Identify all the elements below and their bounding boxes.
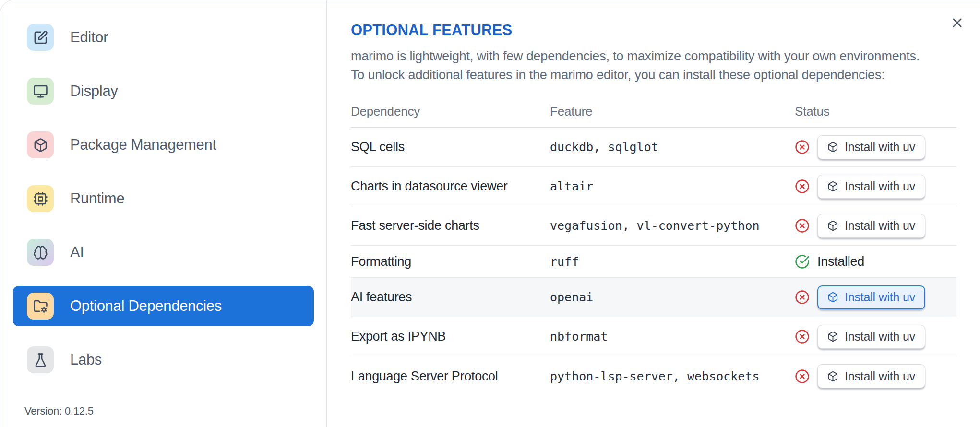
sidebar-item-package-management[interactable]: Package Management (13, 125, 314, 165)
not-installed-icon (795, 290, 810, 305)
description-line-1: marimo is lightweight, with few dependen… (351, 49, 920, 63)
table-row: FormattingruffInstalled (351, 246, 956, 278)
table-body: SQL cellsduckdb, sqlglotInstall with uvC… (351, 128, 956, 396)
install-with-uv-button[interactable]: Install with uv (817, 175, 925, 199)
sidebar-item-label: AI (70, 244, 84, 261)
monitor-icon (27, 78, 54, 105)
package-box-icon (827, 220, 838, 231)
install-button-label: Install with uv (845, 179, 915, 193)
install-with-uv-button[interactable]: Install with uv (817, 214, 925, 238)
sidebar-nav: EditorDisplayPackage ManagementRuntimeAI… (0, 17, 326, 380)
column-header-dependency: Dependency (351, 104, 550, 119)
close-button[interactable] (947, 13, 967, 32)
sidebar-item-label: Display (70, 83, 118, 100)
status-cell: Install with uv (795, 285, 956, 309)
not-installed-icon (795, 218, 810, 233)
not-installed-icon (795, 179, 810, 194)
dependency-cell: Fast server-side charts (351, 218, 550, 233)
install-button-label: Install with uv (845, 140, 915, 154)
table-row: Charts in datasource vieweraltairInstall… (351, 167, 956, 206)
status-cell: Install with uv (795, 135, 956, 159)
package-icon (27, 131, 54, 158)
feature-cell: ruff (550, 255, 795, 269)
brain-icon (27, 239, 54, 266)
optional-features-table: Dependency Feature Status SQL cellsduckd… (351, 96, 956, 396)
sidebar-item-display[interactable]: Display (13, 71, 314, 111)
settings-sidebar: EditorDisplayPackage ManagementRuntimeAI… (0, 0, 327, 427)
package-box-icon (827, 292, 838, 303)
optional-features-panel: OPTIONAL FEATURES marimo is lightweight,… (327, 0, 980, 427)
table-row: SQL cellsduckdb, sqlglotInstall with uv (351, 128, 956, 167)
status-cell: Installed (795, 254, 956, 269)
not-installed-icon (795, 140, 810, 154)
install-button-label: Install with uv (845, 219, 915, 233)
table-row: AI featuresopenaiInstall with uv (351, 278, 956, 317)
table-row: Fast server-side chartsvegafusion, vl-co… (351, 206, 956, 246)
dependency-cell: Charts in datasource viewer (351, 179, 550, 194)
install-with-uv-button[interactable]: Install with uv (817, 325, 925, 349)
status-cell: Install with uv (795, 214, 956, 238)
package-box-icon (827, 331, 838, 342)
install-button-label: Install with uv (845, 369, 915, 383)
feature-cell: nbformat (550, 330, 795, 344)
table-row: Language Server Protocolpython-lsp-serve… (351, 356, 956, 396)
edit-icon (27, 24, 54, 51)
dependency-cell: Language Server Protocol (351, 369, 550, 384)
sidebar-item-label: Runtime (70, 190, 124, 207)
install-with-uv-button[interactable]: Install with uv (817, 135, 925, 159)
close-icon (950, 15, 965, 30)
feature-cell: duckdb, sqlglot (550, 140, 795, 154)
version-label: Version: 0.12.5 (24, 405, 94, 417)
folder-cog-icon (27, 293, 54, 320)
feature-cell: openai (550, 290, 795, 304)
sidebar-item-label: Optional Dependencies (70, 297, 222, 315)
installed-check-icon (795, 254, 810, 269)
install-button-label: Install with uv (845, 290, 915, 304)
package-box-icon (827, 142, 838, 153)
page-title: OPTIONAL FEATURES (351, 22, 956, 39)
status-cell: Install with uv (795, 364, 956, 388)
sidebar-item-ai[interactable]: AI (13, 232, 314, 273)
sidebar-item-runtime[interactable]: Runtime (13, 178, 314, 219)
panel-description: marimo is lightweight, with few dependen… (351, 47, 956, 84)
settings-dialog: EditorDisplayPackage ManagementRuntimeAI… (0, 0, 980, 427)
sidebar-item-labs[interactable]: Labs (13, 340, 314, 380)
install-with-uv-button[interactable]: Install with uv (817, 285, 925, 309)
feature-cell: python-lsp-server, websockets (550, 369, 795, 383)
status-cell: Install with uv (795, 175, 956, 199)
dependency-cell: Formatting (351, 254, 550, 269)
cpu-icon (27, 185, 54, 212)
dependency-cell: SQL cells (351, 140, 550, 154)
not-installed-icon (795, 369, 810, 384)
status-cell: Install with uv (795, 325, 956, 349)
install-with-uv-button[interactable]: Install with uv (817, 364, 925, 388)
flask-icon (27, 346, 54, 373)
sidebar-item-label: Package Management (70, 136, 216, 154)
sidebar-item-label: Editor (70, 29, 108, 46)
sidebar-item-label: Labs (70, 351, 102, 368)
feature-cell: altair (550, 179, 795, 193)
column-header-feature: Feature (550, 104, 795, 119)
dependency-cell: AI features (351, 290, 550, 305)
feature-cell: vegafusion, vl-convert-python (550, 219, 795, 233)
table-row: Export as IPYNBnbformatInstall with uv (351, 317, 956, 356)
install-button-label: Install with uv (845, 330, 915, 344)
description-line-2: To unlock additional features in the mar… (351, 68, 885, 82)
not-installed-icon (795, 329, 810, 344)
table-header-row: Dependency Feature Status (351, 96, 956, 128)
package-box-icon (827, 371, 838, 382)
package-box-icon (827, 181, 838, 192)
sidebar-item-optional-dependencies[interactable]: Optional Dependencies (13, 286, 314, 326)
column-header-status: Status (795, 104, 956, 119)
installed-status-label: Installed (817, 254, 864, 269)
dependency-cell: Export as IPYNB (351, 329, 550, 344)
sidebar-item-editor[interactable]: Editor (13, 17, 314, 58)
